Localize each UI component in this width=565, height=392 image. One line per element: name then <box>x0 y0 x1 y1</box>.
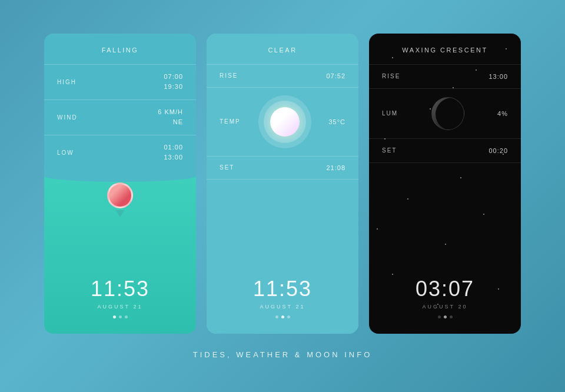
weather-rise-row: RISE 07:52 <box>207 65 358 88</box>
cards-container: FALLING HIGH 07:0019:30 WIND 6 KM/HNE LO… <box>44 34 521 334</box>
buoy-circle <box>107 182 133 208</box>
moon-dot-3 <box>450 315 453 318</box>
moon-date: AUGUST 20 <box>416 304 474 310</box>
tides-ocean: 11:53 AUGUST 21 <box>44 171 196 333</box>
tides-low-row: LOW 01:0013:00 <box>44 135 196 171</box>
moon-time-display: 03:07 AUGUST 20 <box>416 277 474 310</box>
buoy-arrow <box>116 210 124 217</box>
tides-dot-2 <box>119 315 122 318</box>
weather-temp-value: 35°C <box>328 118 345 125</box>
sun-visual <box>258 95 311 148</box>
moon-set-value: 00:20 <box>488 147 508 154</box>
moon-lum-row: LUM 4% <box>369 89 521 139</box>
tides-header: FALLING <box>44 34 196 65</box>
weather-dot-3 <box>287 315 290 318</box>
weather-temp-row: TEMP 35°C <box>207 88 358 157</box>
tides-wind-row: WIND 6 KM/HNE <box>44 100 196 135</box>
weather-time: 11:53 <box>253 277 312 301</box>
weather-bottom: 11:53 AUGUST 21 <box>207 180 358 334</box>
tides-time-display: 11:53 AUGUST 21 <box>91 277 149 310</box>
weather-header: CLEAR <box>207 34 358 65</box>
tides-date: AUGUST 21 <box>91 304 149 310</box>
tides-high-label: HIGH <box>57 79 77 85</box>
moon-visual <box>431 97 464 130</box>
moon-rise-value: 13:00 <box>488 73 508 80</box>
weather-dot-2 <box>281 315 284 318</box>
moon-time: 03:07 <box>416 277 474 301</box>
sun-outer <box>258 95 311 148</box>
moon-rise-row: RISE 13:00 <box>369 65 521 89</box>
moon-dot-2 <box>444 315 447 318</box>
tides-wind-values: 6 KM/HNE <box>158 107 183 128</box>
moon-sphere <box>431 97 464 130</box>
tides-card: FALLING HIGH 07:0019:30 WIND 6 KM/HNE LO… <box>44 34 196 334</box>
tide-buoy <box>107 182 133 217</box>
weather-dots <box>275 310 290 322</box>
weather-set-value: 21:08 <box>326 164 345 171</box>
moon-bottom: 03:07 AUGUST 20 <box>369 163 521 334</box>
moon-set-label: SET <box>382 147 397 154</box>
sun-inner <box>270 107 300 137</box>
moon-card: WAXING CRESCENT RISE 13:00 LUM 4% SET 00… <box>369 34 521 334</box>
weather-rise-value: 07:52 <box>326 72 345 79</box>
tides-dots <box>113 310 128 322</box>
moon-dots <box>438 310 453 322</box>
moon-dot-1 <box>438 315 441 318</box>
tides-high-row: HIGH 07:0019:30 <box>44 65 196 100</box>
moon-header: WAXING CRESCENT <box>369 34 521 65</box>
moon-lum-label: LUM <box>382 110 398 117</box>
tides-wind-label: WIND <box>57 114 78 121</box>
page-title: TIDES, WEATHER & MOON INFO <box>193 350 373 359</box>
tides-dot-1 <box>113 315 116 318</box>
sun-mid <box>264 101 306 143</box>
weather-dot-1 <box>275 315 278 318</box>
weather-time-display: 11:53 AUGUST 21 <box>253 277 312 310</box>
tides-low-label: LOW <box>57 150 74 156</box>
tides-low-values: 01:0013:00 <box>164 142 183 163</box>
weather-set-label: SET <box>220 164 234 171</box>
moon-set-row: SET 00:20 <box>369 139 521 163</box>
moon-rise-label: RISE <box>382 73 400 79</box>
tides-high-values: 07:0019:30 <box>164 72 183 92</box>
tides-dot-3 <box>125 315 128 318</box>
weather-temp-label: TEMP <box>220 118 241 125</box>
weather-rise-label: RISE <box>220 72 238 79</box>
tides-time: 11:53 <box>91 277 149 301</box>
weather-card: CLEAR RISE 07:52 TEMP 35°C SET 21:08 11:… <box>207 34 358 334</box>
weather-set-row: SET 21:08 <box>207 157 358 180</box>
weather-date: AUGUST 21 <box>253 304 312 310</box>
moon-lum-value: 4% <box>497 110 508 117</box>
